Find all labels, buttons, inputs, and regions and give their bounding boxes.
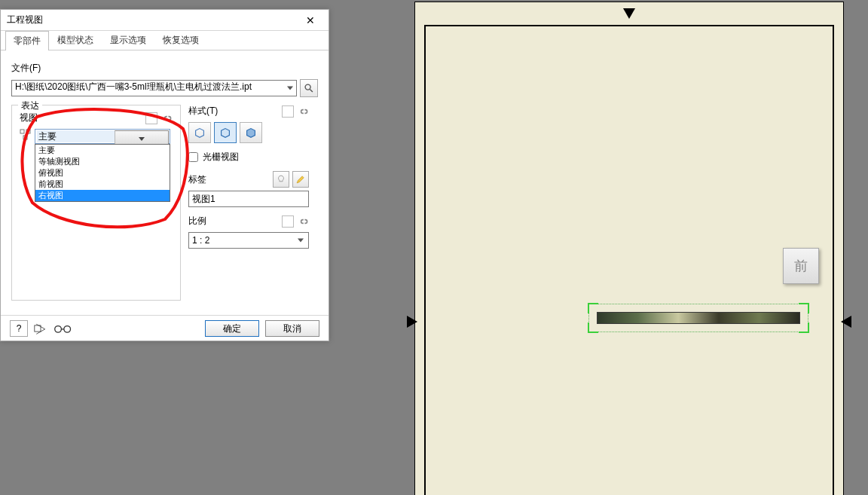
- selection-corner-icon: [799, 303, 809, 313]
- svg-rect-3: [26, 130, 30, 133]
- browse-file-button[interactable]: [300, 79, 318, 97]
- close-button[interactable]: ✕: [295, 12, 326, 29]
- help-button[interactable]: ?: [10, 320, 28, 337]
- raster-view-checkbox[interactable]: 光栅视图: [188, 151, 309, 163]
- scale-combo[interactable]: 1 : 2: [188, 232, 309, 249]
- dialog-footer: ? 确定 取消: [1, 315, 329, 341]
- svg-point-6: [55, 325, 62, 332]
- view-orientation-combo[interactable]: 主要: [35, 129, 170, 144]
- associative-icon: [145, 112, 157, 124]
- svg-point-0: [305, 84, 310, 90]
- link-icon[interactable]: [297, 105, 309, 118]
- tab-recovery-options[interactable]: 恢复选项: [154, 30, 207, 50]
- selection-corner-icon: [588, 322, 598, 333]
- svg-point-7: [64, 325, 71, 332]
- cube-shaded-icon: [244, 126, 258, 139]
- view-option[interactable]: 前视图: [35, 179, 170, 190]
- representation-group: 表达 视图 主要: [11, 105, 181, 301]
- chevron-down-icon: [287, 87, 293, 90]
- orientation-arrow-right-icon: [841, 316, 851, 328]
- file-label: 文件(F): [11, 62, 318, 75]
- dialog-body: 文件(F) H:\图纸\2020图纸\广西一嘴3-5ml理瓶机\主电机过渡法兰.…: [1, 51, 329, 315]
- tag-visibility-button[interactable]: [273, 171, 289, 188]
- selection-corner-icon: [799, 322, 809, 333]
- view-option[interactable]: 等轴测视图: [35, 156, 170, 167]
- sheet-border: [424, 25, 834, 495]
- tab-component[interactable]: 零部件: [5, 31, 49, 50]
- representation-legend: 表达: [18, 99, 42, 112]
- cancel-button[interactable]: 取消: [265, 320, 319, 337]
- style-shaded-button[interactable]: [240, 122, 262, 143]
- pin-toggle-icon[interactable]: [34, 322, 47, 335]
- view-option[interactable]: 主要: [35, 145, 170, 156]
- tab-display-options[interactable]: 显示选项: [102, 30, 154, 50]
- view-option[interactable]: 右视图: [35, 190, 170, 201]
- lightbulb-icon: [276, 174, 286, 185]
- edit-tag-button[interactable]: [292, 171, 309, 188]
- search-icon: [304, 83, 314, 93]
- glasses-icon[interactable]: [53, 322, 73, 335]
- drawing-view-dialog: 工程视图 ✕ 零部件 模型状态 显示选项 恢复选项 文件(F) H:\图纸\20…: [0, 9, 329, 341]
- dialog-title: 工程视图: [7, 14, 295, 26]
- raster-view-label: 光栅视图: [203, 151, 239, 163]
- view-tree-icon: [20, 129, 32, 141]
- appearance-group: 样式(T) 光栅视图 标签: [188, 105, 309, 301]
- raster-view-input[interactable]: [188, 152, 198, 162]
- tag-input[interactable]: [188, 191, 309, 207]
- view-option[interactable]: 俯视图: [35, 167, 170, 179]
- style-hidden-line-button[interactable]: [188, 122, 211, 143]
- view-label: 视图: [20, 112, 38, 124]
- inherit-scale-icon: [282, 215, 294, 228]
- style-hidden-line-removed-button[interactable]: [214, 122, 237, 143]
- tag-label: 标签: [188, 173, 206, 186]
- file-path-combo[interactable]: H:\图纸\2020图纸\广西一嘴3-5ml理瓶机\主电机过渡法兰.ipt: [11, 80, 297, 96]
- inherit-style-icon: [282, 105, 294, 118]
- drawing-sheet: 前: [414, 2, 844, 495]
- pencil-icon: [295, 174, 306, 185]
- model-preview-icon: [597, 312, 800, 324]
- view-orientation-dropdown[interactable]: 主要 等轴测视图 俯视图 前视图 右视图: [35, 144, 170, 202]
- scale-value: 1 : 2: [192, 235, 209, 246]
- placed-view-preview[interactable]: [588, 304, 808, 332]
- orientation-arrow-top-icon: [623, 8, 635, 19]
- cube-icon: [219, 126, 232, 139]
- svg-line-1: [310, 89, 313, 92]
- tab-strip: 零部件 模型状态 显示选项 恢复选项: [1, 31, 329, 50]
- cube-wire-icon: [193, 126, 206, 139]
- file-path-text: H:\图纸\2020图纸\广西一嘴3-5ml理瓶机\主电机过渡法兰.ipt: [15, 81, 252, 92]
- viewcube-front[interactable]: 前: [783, 248, 819, 284]
- orientation-arrow-left-icon: [407, 316, 417, 328]
- titlebar[interactable]: 工程视图 ✕: [1, 10, 329, 31]
- link-icon[interactable]: [297, 215, 309, 228]
- style-label: 样式(T): [188, 105, 218, 118]
- svg-rect-4: [23, 136, 27, 139]
- link-icon[interactable]: [160, 112, 173, 124]
- svg-rect-2: [20, 130, 24, 133]
- ok-button[interactable]: 确定: [205, 320, 259, 337]
- tab-model-state[interactable]: 模型状态: [49, 30, 102, 50]
- scale-label: 比例: [188, 215, 206, 228]
- drawing-canvas[interactable]: 前: [344, 0, 868, 495]
